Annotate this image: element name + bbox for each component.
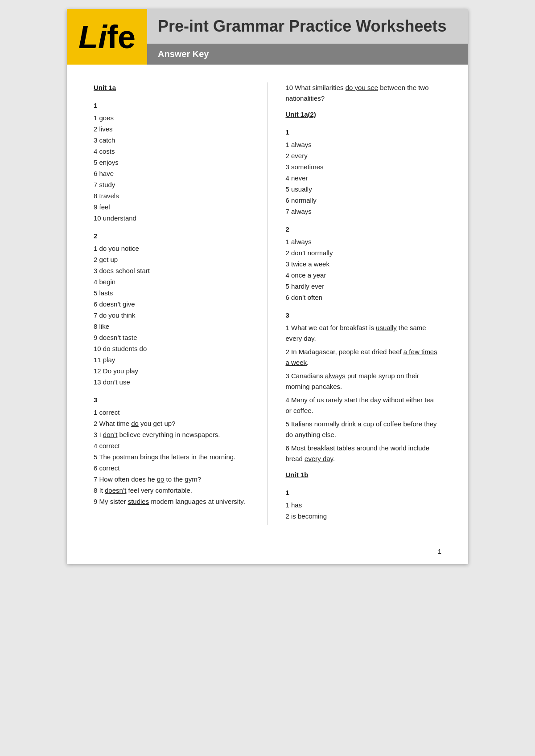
list-item: 6 doesn’t give [94, 299, 250, 310]
underline-text: every day [305, 455, 333, 462]
r-section-1-list: 1 always 2 every 3 sometimes 4 never 5 u… [286, 139, 442, 217]
underline-text: always [325, 372, 346, 380]
page: Life Pre-int Grammar Practice Worksheets… [67, 9, 468, 564]
list-item: 13 don’t use [94, 377, 250, 388]
section-3-list: 1 correct 2 What time do you get up? 3 I… [94, 407, 250, 507]
list-item: 2 lives [94, 124, 250, 135]
list-item: 7 How often does he go to the gym? [94, 474, 250, 485]
list-item: 1 always [286, 139, 442, 150]
underline-text: brings [140, 453, 158, 461]
list-item: 8 It doesn’t feel very comfortable. [94, 485, 250, 496]
page-number: 1 [67, 543, 468, 564]
unit1b-section-1-list: 1 has 2 is becoming [286, 500, 442, 522]
list-item: 6 normally [286, 195, 442, 206]
list-item: 5 usually [286, 184, 442, 195]
unit-1b-title: Unit 1b [286, 470, 442, 480]
list-item: 1 correct [94, 407, 250, 418]
list-item: 2 get up [94, 254, 250, 265]
list-item: 6 have [94, 168, 250, 179]
answer-key-bar: Answer Key [147, 44, 468, 65]
list-item: 3 sometimes [286, 162, 442, 172]
list-item: 1 What we eat for breakfast is usually t… [286, 323, 442, 344]
logo-box: Life [67, 9, 147, 65]
r-section-2-num: 2 [286, 224, 442, 235]
underline-text: normally [314, 420, 340, 428]
item-10: 10 What similarities do you see between … [286, 82, 442, 104]
list-item: 9 feel [94, 202, 250, 212]
r-section-3-list: 1 What we eat for breakfast is usually t… [286, 323, 442, 464]
unit1b-section-1-num: 1 [286, 487, 442, 498]
list-item: 4 once a year [286, 270, 442, 281]
section-1-num: 1 [94, 100, 250, 111]
list-item: 5 enjoys [94, 157, 250, 168]
left-column: Unit 1a 1 1 goes 2 lives 3 catch 4 costs… [94, 82, 250, 525]
underline-text: usually [376, 324, 397, 331]
r-section-1-num: 1 [286, 127, 442, 138]
content: Unit 1a 1 1 goes 2 lives 3 catch 4 costs… [67, 65, 468, 543]
list-item: 7 always [286, 206, 442, 217]
list-item: 8 travels [94, 191, 250, 201]
list-item: 11 play [94, 355, 250, 365]
list-item: 4 correct [94, 441, 250, 451]
header-right: Pre-int Grammar Practice Worksheets Answ… [147, 9, 468, 65]
title-bar: Pre-int Grammar Practice Worksheets [147, 9, 468, 44]
logo: Life [78, 19, 136, 55]
list-item: 3 twice a week [286, 259, 442, 270]
list-item: 1 has [286, 500, 442, 511]
list-item: 3 catch [94, 135, 250, 146]
unit-1a-title: Unit 1a [94, 82, 250, 93]
section-1-list: 1 goes 2 lives 3 catch 4 costs 5 enjoys … [94, 113, 250, 224]
underline-text: rarely [326, 396, 343, 404]
list-item: 9 My sister studies modern languages at … [94, 496, 250, 507]
list-item: 6 don’t often [286, 292, 442, 303]
r-section-2-list: 1 always 2 don’t normally 3 twice a week… [286, 237, 442, 303]
list-item: 1 always [286, 237, 442, 247]
list-item: 3 I don’t believe everything in newspape… [94, 429, 250, 440]
page-title: Pre-int Grammar Practice Worksheets [158, 17, 447, 36]
list-item: 2 is becoming [286, 511, 442, 522]
list-item: 7 do you think [94, 310, 250, 321]
underline-text: a few times a week [286, 348, 437, 366]
list-item: 5 hardly ever [286, 281, 442, 292]
list-item: 7 study [94, 180, 250, 190]
section-3-num: 3 [94, 395, 250, 405]
underline-text: doesn’t [105, 486, 126, 494]
unit-1a2-title: Unit 1a(2) [286, 109, 442, 120]
list-item: 2 every [286, 151, 442, 161]
right-column: 10 What similarities do you see between … [286, 82, 442, 525]
list-item: 6 Most breakfast tables around the world… [286, 443, 442, 464]
list-item: 4 begin [94, 277, 250, 287]
list-item: 9 doesn’t taste [94, 332, 250, 343]
answer-key-label: Answer Key [158, 49, 457, 59]
list-item: 1 goes [94, 113, 250, 123]
r-section-3-num: 3 [286, 310, 442, 321]
list-item: 2 In Madagascar, people eat dried beef a… [286, 347, 442, 368]
list-item: 4 Many of us rarely start the day withou… [286, 395, 442, 416]
underline-text: studies [128, 498, 149, 505]
list-item: 5 Italians normally drink a cup of coffe… [286, 419, 442, 440]
underline-text: do [131, 420, 139, 427]
header: Life Pre-int Grammar Practice Worksheets… [67, 9, 468, 65]
section-2-num: 2 [94, 231, 250, 241]
list-item: 4 never [286, 173, 442, 184]
list-item: 10 do students do [94, 343, 250, 354]
section-2-list: 1 do you notice 2 get up 3 does school s… [94, 243, 250, 388]
list-item: 4 costs [94, 146, 250, 157]
list-item: 10 understand [94, 213, 250, 224]
list-item: 5 The postman brings the letters in the … [94, 452, 250, 462]
list-item: 3 does school start [94, 266, 250, 276]
list-item: 2 What time do you get up? [94, 418, 250, 429]
underline-text: don’t [103, 431, 118, 438]
list-item: 5 lasts [94, 288, 250, 298]
underline-text: go [157, 475, 165, 483]
list-item: 8 like [94, 321, 250, 332]
list-item: 3 Canadians always put maple syrup on th… [286, 371, 442, 392]
list-item: 2 don’t normally [286, 248, 442, 258]
column-divider [268, 82, 268, 525]
underline-text: do you see [346, 84, 378, 91]
list-item: 6 correct [94, 463, 250, 474]
list-item: 1 do you notice [94, 243, 250, 254]
list-item: 12 Do you play [94, 366, 250, 376]
